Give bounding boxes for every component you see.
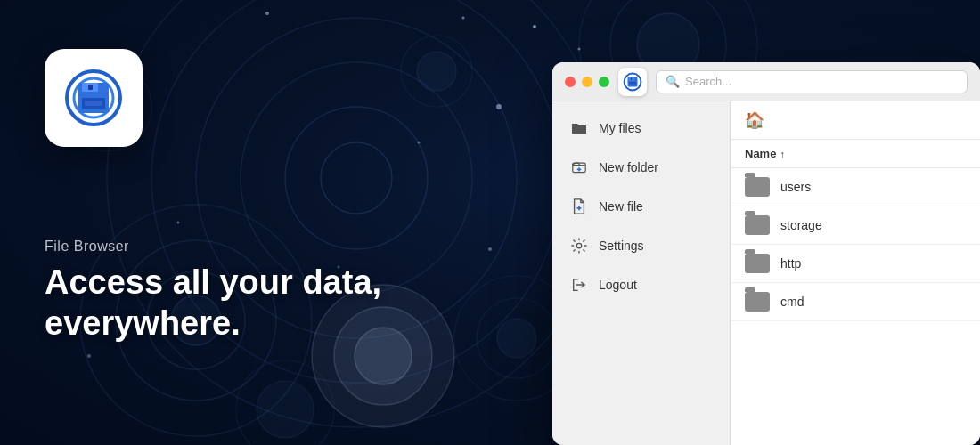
svg-point-26 [533, 25, 536, 28]
folder-icon-users [745, 177, 770, 197]
sidebar-item-my-files[interactable]: My files [552, 109, 730, 148]
search-icon: 🔍 [666, 75, 680, 88]
svg-point-50 [576, 243, 581, 247]
title-bar: 🔍 Search... [552, 62, 980, 101]
file-name-cmd: cmd [780, 295, 804, 309]
svg-rect-47 [630, 83, 635, 85]
file-list: users storage http cmd [731, 168, 980, 445]
sidebar-label-settings: Settings [599, 239, 644, 253]
file-item-users[interactable]: users [731, 168, 980, 206]
folder-icon [570, 119, 588, 137]
file-name-users: users [780, 180, 811, 194]
search-bar[interactable]: 🔍 Search... [656, 70, 968, 93]
macos-window: 🔍 Search... My files [552, 62, 980, 445]
file-item-storage[interactable]: storage [731, 206, 980, 245]
sort-arrow: ↑ [780, 149, 785, 159]
svg-rect-48 [631, 77, 633, 80]
svg-point-31 [488, 247, 492, 251]
main-area: 🏠 Name ↑ users storage http [731, 101, 980, 445]
file-item-http[interactable]: http [731, 245, 980, 283]
window-content: My files New folder [552, 101, 980, 445]
svg-point-32 [418, 142, 421, 144]
traffic-lights [565, 77, 609, 87]
file-name-http: http [780, 256, 801, 271]
svg-point-5 [321, 142, 392, 214]
maximize-button[interactable] [599, 77, 609, 87]
minimize-button[interactable] [582, 77, 592, 87]
sidebar-item-new-file[interactable]: New file [552, 187, 730, 226]
folder-icon-cmd [745, 292, 770, 312]
sidebar-label-my-files: My files [599, 121, 641, 135]
home-icon[interactable]: 🏠 [745, 110, 764, 130]
folder-icon-http [745, 254, 770, 273]
tagline: Access all your data, everywhere. [45, 263, 526, 344]
svg-point-34 [496, 104, 502, 109]
sidebar-item-settings[interactable]: Settings [552, 226, 730, 265]
close-button[interactable] [565, 77, 576, 87]
svg-rect-42 [88, 85, 93, 90]
app-icon-wrapper [45, 49, 143, 147]
sidebar-label-new-file: New file [599, 199, 643, 214]
svg-point-30 [177, 222, 180, 224]
svg-point-28 [462, 17, 465, 20]
column-header[interactable]: Name ↑ [731, 140, 980, 168]
svg-point-22 [257, 381, 314, 438]
file-plus-icon [570, 198, 588, 215]
svg-rect-41 [85, 101, 102, 106]
app-label: File Browser [45, 239, 129, 255]
file-name-storage: storage [780, 218, 822, 232]
search-placeholder: Search... [685, 75, 731, 88]
file-item-cmd[interactable]: cmd [731, 283, 980, 321]
app-icon [45, 49, 143, 147]
sidebar: My files New folder [552, 101, 731, 445]
svg-point-29 [265, 12, 269, 15]
svg-point-3 [241, 62, 472, 294]
gear-icon [570, 237, 588, 255]
folder-plus-icon [570, 158, 588, 176]
svg-point-27 [578, 48, 581, 51]
folder-icon-storage [745, 215, 770, 235]
svg-point-4 [285, 107, 428, 249]
sidebar-label-logout: Logout [599, 278, 637, 292]
sidebar-item-logout[interactable]: Logout [552, 265, 730, 304]
header-logo [618, 68, 647, 96]
svg-point-33 [87, 354, 91, 358]
column-header-name: Name [745, 147, 776, 160]
svg-point-20 [417, 52, 456, 91]
sidebar-item-new-folder[interactable]: New folder [552, 148, 730, 187]
logout-icon [570, 276, 588, 294]
main-toolbar: 🏠 [731, 101, 980, 140]
sidebar-label-new-folder: New folder [599, 160, 658, 174]
